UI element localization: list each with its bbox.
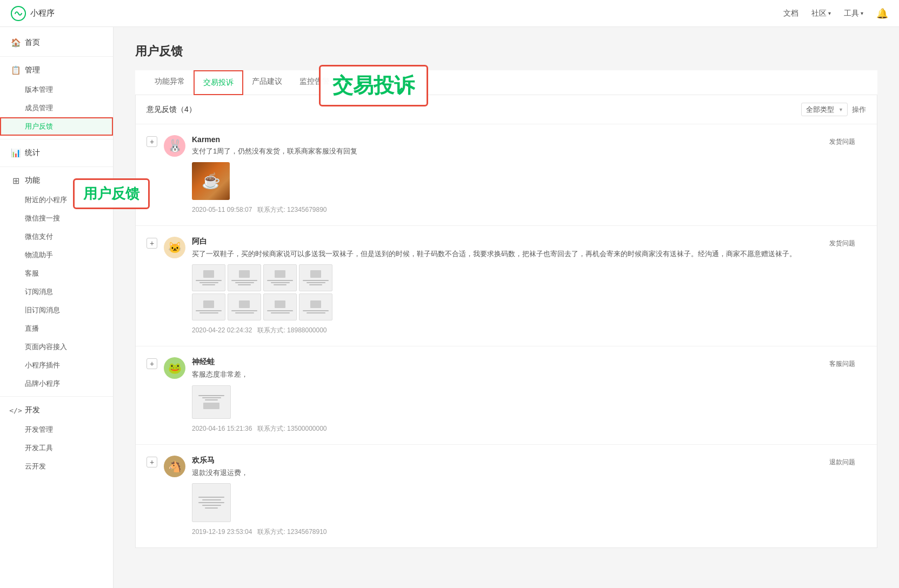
sidebar-item-subscription[interactable]: 订阅消息 (0, 283, 113, 301)
feedback-tag-3: 客服问题 (829, 359, 866, 369)
sidebar-item-clouddev[interactable]: 云开发 (0, 457, 113, 476)
logo-text: 小程序 (30, 8, 55, 18)
username-3: 神经蛙 (192, 357, 816, 367)
thumb-6[interactable] (228, 293, 261, 320)
sidebar-item-oldsubscription[interactable]: 旧订阅消息 (0, 301, 113, 319)
thumb-8[interactable] (299, 293, 332, 320)
sidebar-item-management[interactable]: 📋 管理 (0, 60, 113, 81)
feedback-meta-2: 2020-04-22 02:24:32 联系方式: 18988000000 (192, 326, 816, 335)
sidebar-section-dev: </> 开发 开发管理 开发工具 云开发 (0, 400, 113, 476)
divider-3 (0, 166, 113, 167)
tab-trade[interactable]: 交易投诉 (194, 70, 243, 95)
feedback-text-4: 退款没有退运费， (192, 467, 816, 478)
feedback-meta-3: 2020-04-16 15:21:36 联系方式: 13500000000 (192, 424, 816, 433)
operation-label: 操作 (852, 105, 866, 115)
feedback-tag-2: 发货问题 (829, 239, 866, 248)
divider-4 (0, 396, 113, 397)
tools-label: 工具 (844, 9, 859, 18)
community-label: 社区 (811, 9, 827, 18)
feedback-contact-2: 联系方式: 18988000000 (257, 326, 327, 334)
expand-btn-1[interactable]: + (146, 136, 157, 147)
layout: 🏠 首页 📋 管理 版本管理 成员管理 用户反馈 📊 统计 (0, 27, 899, 588)
feedback-images-3 (192, 385, 816, 419)
feedback-item-4: + 🐴 欢乐马 退款没有退运费， (136, 445, 877, 548)
community-dropdown[interactable]: 社区 ▾ (811, 9, 831, 18)
feedback-tag-1: 发货问题 (829, 137, 866, 146)
sidebar-item-wxpay[interactable]: 微信支付 (0, 228, 113, 246)
thumb-frog-1[interactable] (192, 385, 231, 419)
thumb-1[interactable] (192, 264, 225, 291)
sidebar-item-service[interactable]: 客服 (0, 264, 113, 283)
top-nav: 小程序 文档 社区 ▾ 工具 ▾ 🔔 (0, 0, 899, 27)
username-2: 阿白 (192, 237, 816, 246)
feedback-count: 意见反馈（4） (146, 105, 196, 115)
tab-func[interactable]: 功能异常 (146, 70, 194, 95)
feedback-contact-3: 联系方式: 13500000000 (257, 425, 327, 432)
sidebar-item-logistics[interactable]: 物流助手 (0, 246, 113, 264)
expand-btn-4[interactable]: + (146, 457, 157, 467)
feedback-text-2: 买了一双鞋子，买的时候商家说可以多送我一双袜子，但是送到的时候，鞋子码数不合适，… (192, 249, 816, 259)
sidebar-item-version[interactable]: 版本管理 (0, 81, 113, 99)
dev-children: 开发管理 开发工具 云开发 (0, 420, 113, 476)
doc-thumb[interactable] (192, 483, 231, 522)
sidebar-item-brand[interactable]: 品牌小程序 (0, 375, 113, 393)
thumb-7[interactable] (263, 293, 297, 320)
avatar-3: 🐸 (164, 357, 185, 379)
sidebar-dev-label: 开发 (25, 405, 40, 415)
avatar-1: 🐰 (164, 135, 185, 157)
tools-dropdown[interactable]: 工具 ▾ (844, 9, 863, 18)
feedback-item-1: + 🐰 Karmen 支付了1周了，仍然没有发货，联系商家客服没有回复 ☕ 20… (136, 124, 877, 226)
sidebar-item-wxsearch[interactable]: 微信搜一搜 (0, 209, 113, 228)
logo: 小程序 (11, 6, 55, 21)
feedback-image-tea[interactable]: ☕ (192, 162, 230, 200)
tabs-bar: 功能异常 交易投诉 产品建议 监控告警 (135, 70, 877, 95)
features-children: 附近的小程序 微信搜一搜 微信支付 物流助手 客服 订阅消息 旧订阅消息 直播 … (0, 191, 113, 393)
sidebar-badge-text: 用户反馈 (73, 178, 150, 209)
notification-bell-icon[interactable]: 🔔 (876, 8, 888, 19)
thumb-3[interactable] (263, 264, 297, 291)
thumb-5[interactable] (192, 293, 225, 320)
thumb-4[interactable] (299, 264, 332, 291)
statistics-icon: 📊 (11, 148, 21, 158)
username-1: Karmen (192, 135, 816, 144)
feedback-tag-4: 退款问题 (829, 458, 866, 467)
filter-select[interactable]: 全部类型 (801, 103, 848, 116)
tab-badge-text: 交易投诉 (319, 65, 428, 106)
sidebar-item-live[interactable]: 直播 (0, 319, 113, 338)
tools-chevron-icon: ▾ (861, 10, 863, 16)
expand-btn-3[interactable]: + (146, 358, 157, 369)
sidebar-annotation-badge: 用户反馈 (73, 178, 150, 209)
content-header-right: 全部类型 操作 (801, 103, 866, 116)
sidebar-item-statistics[interactable]: 📊 统计 (0, 143, 113, 163)
sidebar-home-label: 首页 (25, 38, 40, 48)
tab-product[interactable]: 产品建议 (243, 70, 291, 95)
sidebar-item-plugin[interactable]: 小程序插件 (0, 356, 113, 375)
top-nav-right: 文档 社区 ▾ 工具 ▾ 🔔 (783, 8, 888, 19)
content-header: 意见反馈（4） 全部类型 操作 (136, 95, 877, 124)
feedback-item-3: + 🐸 神经蛙 客服态度非常差， 2020-04-16 15: (136, 346, 877, 445)
sidebar-item-member[interactable]: 成员管理 (0, 99, 113, 117)
thumb-2[interactable] (228, 264, 261, 291)
logo-icon (11, 6, 26, 21)
expand-btn-2[interactable]: + (146, 238, 157, 249)
sidebar-item-devtools[interactable]: 开发工具 (0, 439, 113, 457)
sidebar-section-management: 📋 管理 版本管理 成员管理 用户反馈 (0, 60, 113, 136)
sidebar-item-home[interactable]: 🏠 首页 (0, 32, 113, 53)
docs-link[interactable]: 文档 (783, 9, 798, 18)
feedback-body-3: 神经蛙 客服态度非常差， 2020-04-16 15:21:36 联系方式: 1… (192, 357, 816, 433)
feedback-meta-4: 2019-12-19 23:53:04 联系方式: 12345678910 (192, 527, 816, 537)
sidebar-item-dev[interactable]: </> 开发 (0, 400, 113, 420)
sidebar-statistics-label: 统计 (25, 148, 40, 158)
feedback-right-4: 退款问题 (823, 456, 866, 537)
content-area: 意见反馈（4） 全部类型 操作 + 🐰 Karmen 支付了1周了，仍然没有发货… (135, 95, 877, 548)
avatar-4: 🐴 (164, 456, 185, 477)
sidebar-item-pagecontent[interactable]: 页面内容接入 (0, 338, 113, 356)
sidebar-section-home: 🏠 首页 (0, 32, 113, 53)
management-children: 版本管理 成员管理 用户反馈 (0, 81, 113, 136)
sidebar-item-devmanage[interactable]: 开发管理 (0, 420, 113, 439)
tab-annotation-badge: 交易投诉 (319, 65, 428, 106)
feedback-body-2: 阿白 买了一双鞋子，买的时候商家说可以多送我一双袜子，但是送到的时候，鞋子码数不… (192, 237, 816, 336)
feedback-body-4: 欢乐马 退款没有退运费， 2019-12-19 23:53:04 (192, 456, 816, 537)
sidebar-item-feedback[interactable]: 用户反馈 (0, 117, 113, 136)
filter-wrapper: 全部类型 (801, 103, 848, 116)
